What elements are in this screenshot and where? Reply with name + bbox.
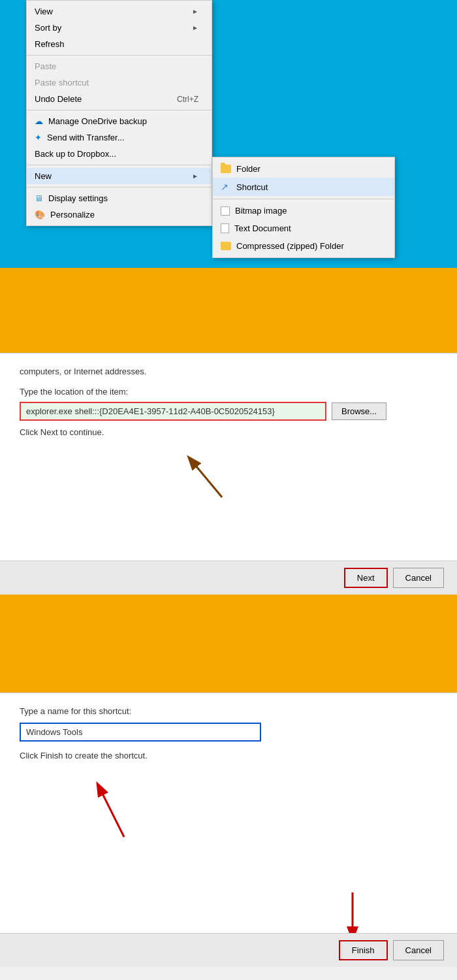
wizard-bottom-bar-1: Next Cancel <box>0 561 457 595</box>
wizard-intro: computers, or Internet addresses. <box>20 367 437 376</box>
view-label: View <box>35 7 53 16</box>
menu-item-view[interactable]: View ► <box>27 3 212 20</box>
browse-button[interactable]: Browse... <box>332 402 386 420</box>
shortcut-icon <box>221 182 231 192</box>
transfer-label: Send with Transfer... <box>47 133 125 142</box>
menu-item-paste-shortcut[interactable]: Paste shortcut <box>27 74 212 91</box>
cancel-button-1[interactable]: Cancel <box>393 568 444 588</box>
separator-1 <box>27 55 212 56</box>
refresh-label: Refresh <box>35 39 65 49</box>
context-menu: View ► Sort by ► Refresh Paste Paste sho… <box>26 0 212 226</box>
location-input[interactable] <box>20 402 326 421</box>
menu-item-paste[interactable]: Paste <box>27 58 212 74</box>
wizard-input-row: Browse... <box>20 402 437 421</box>
wizard-bottom-bar-2: Finish Cancel <box>0 933 457 967</box>
onedrive-icon: ☁ <box>35 116 43 126</box>
onedrive-label: Manage OneDrive backup <box>48 116 147 126</box>
undo-delete-shortcut: Ctrl+Z <box>177 95 198 104</box>
svg-line-5 <box>189 458 222 497</box>
paste-shortcut-label: Paste shortcut <box>35 78 89 88</box>
submenu-item-textdoc[interactable]: Text Document <box>213 220 394 237</box>
menu-item-personalize[interactable]: 🎨 Personalize <box>27 206 212 223</box>
submenu-new: Folder Shortcut Bitmap image Text Docume… <box>212 157 395 258</box>
display-icon: 🖥 <box>35 193 43 203</box>
menu-item-display[interactable]: 🖥 Display settings <box>27 190 212 206</box>
wizard-name-label: Type a name for this shortcut: <box>20 706 437 716</box>
paste-label: Paste <box>35 61 56 71</box>
new-label-text: New <box>35 171 52 181</box>
sortby-label: Sort by <box>35 23 61 33</box>
yellow-gap-2 <box>0 595 457 693</box>
zip-icon <box>221 242 231 250</box>
separator-2 <box>27 110 212 110</box>
textdoc-label: Text Document <box>234 223 291 233</box>
wizard-location-label: Type the location of the item: <box>20 387 437 397</box>
sortby-chevron: ► <box>192 24 198 31</box>
new-chevron: ► <box>192 172 198 180</box>
menu-item-sortby[interactable]: Sort by ► <box>27 20 212 36</box>
bitmap-label: Bitmap image <box>235 206 287 216</box>
menu-item-transfer[interactable]: ✦ Send with Transfer... <box>27 129 212 146</box>
next-button[interactable]: Next <box>344 568 388 588</box>
separator-4 <box>27 187 212 188</box>
submenu-item-shortcut[interactable]: Shortcut <box>213 178 394 196</box>
dropbox-backup-label: Back up to Dropbox... <box>35 149 116 159</box>
folder-label: Folder <box>236 164 260 174</box>
folder-icon <box>221 165 231 173</box>
bitmap-icon <box>221 206 230 216</box>
personalize-label: Personalize <box>50 210 95 220</box>
shortcut-name-input[interactable] <box>20 723 261 742</box>
separator-3 <box>27 165 212 165</box>
menu-item-new[interactable]: Cancel New ► <box>27 168 212 184</box>
menu-item-onedrive[interactable]: ☁ Manage OneDrive backup <box>27 113 212 129</box>
wizard-step2: Type a name for this shortcut: Click Fin… <box>0 693 457 967</box>
yellow-gap-1 <box>0 268 457 353</box>
menu-item-undo-delete[interactable]: Undo Delete Ctrl+Z <box>27 91 212 107</box>
finish-button[interactable]: Finish <box>339 940 388 960</box>
dropbox-icon: ✦ <box>35 133 42 142</box>
textdoc-icon <box>221 223 229 233</box>
submenu-separator <box>213 199 394 199</box>
undo-delete-label: Undo Delete <box>35 94 82 104</box>
shortcut-label: Shortcut <box>236 182 268 192</box>
red-arrow-name-input <box>85 778 176 843</box>
menu-item-dropbox-backup[interactable]: Back up to Dropbox... <box>27 146 212 162</box>
wizard-hint: Click Next to continue. <box>20 427 437 437</box>
brown-arrow-input <box>170 451 248 504</box>
menu-item-refresh[interactable]: Refresh <box>27 36 212 52</box>
cancel-button-2[interactable]: Cancel <box>393 940 444 960</box>
submenu-item-zip[interactable]: Compressed (zipped) Folder <box>213 237 394 255</box>
wizard-step1: computers, or Internet addresses. Type t… <box>0 353 457 595</box>
display-label: Display settings <box>48 193 108 203</box>
submenu-item-bitmap[interactable]: Bitmap image <box>213 202 394 220</box>
zip-label: Compressed (zipped) Folder <box>236 241 344 251</box>
svg-line-7 <box>98 785 124 837</box>
desktop-section: View ► Sort by ► Refresh Paste Paste sho… <box>0 0 457 268</box>
submenu-item-folder[interactable]: Folder <box>213 160 394 178</box>
wizard-finish-hint: Click Finish to create the shortcut. <box>20 751 437 760</box>
personalize-icon: 🎨 <box>35 210 45 220</box>
view-chevron: ► <box>192 8 198 15</box>
